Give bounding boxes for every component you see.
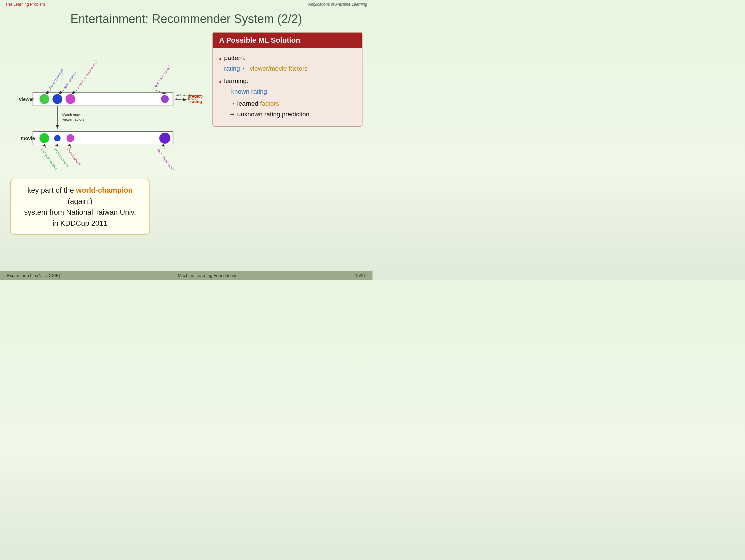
svg-text:viewer: viewer — [19, 97, 34, 102]
pattern-factors: viewer/movie factors — [250, 65, 307, 72]
arrow-unknown: → unknown rating prediction — [229, 109, 356, 120]
arrow-learned-text: → learned — [229, 100, 260, 107]
ml-solution-header: A Possible ML Solution — [213, 33, 362, 48]
top-bar-left: The Learning Problem — [5, 2, 45, 7]
bottom-line1-post: (again!) — [68, 197, 93, 205]
svg-text:likes Tom Cruise?: likes Tom Cruise? — [152, 64, 172, 89]
svg-point-28 — [159, 133, 170, 144]
arrow-learned-factors: factors — [260, 100, 279, 107]
footer-center: Machine Learning Foundations — [178, 273, 237, 278]
svg-point-25 — [54, 135, 61, 142]
bottom-line1-pre: key part of the — [27, 186, 76, 194]
bottom-line3: in KDDCup 2011 — [52, 219, 107, 227]
bullet-learning: • learning: known rating — [219, 76, 356, 97]
svg-text:- - - - - -: - - - - - - — [88, 95, 128, 102]
diagram-svg: likes comedy? likes action? prefers bloc… — [10, 32, 202, 172]
learning-label: learning: — [224, 77, 249, 84]
svg-text:viewer factors: viewer factors — [62, 117, 85, 121]
top-bar-center: Applications of Machine Learning — [308, 2, 367, 7]
svg-text:blockbuster?: blockbuster? — [67, 147, 82, 166]
pattern-arrow: ← — [242, 65, 250, 72]
bullet-pattern: • pattern: rating ← viewer/movie factors — [219, 53, 356, 74]
bullet-dot-2: • — [219, 76, 221, 88]
bottom-box: key part of the world-champion (again!) … — [10, 179, 150, 235]
ml-solution-box: A Possible ML Solution • pattern: rating… — [213, 32, 362, 127]
svg-text:likes comedy?: likes comedy? — [48, 68, 64, 89]
svg-text:movie: movie — [21, 136, 35, 141]
bullet-content-learning: learning: known rating — [224, 76, 267, 97]
arrow-learned: → learned factors — [229, 98, 356, 109]
footer-right: 15/27 — [355, 273, 366, 278]
top-bar: The Learning Problem Applications of Mac… — [0, 0, 372, 9]
footer-left: Hsuan-Tien Lin (NTU CSIE) — [7, 273, 60, 278]
learning-known-rating: known rating — [231, 88, 267, 95]
main-content: likes comedy? likes action? prefers bloc… — [0, 32, 372, 173]
svg-text:likes action?: likes action? — [63, 71, 77, 89]
world-champion-text: world-champion — [76, 186, 133, 194]
diagram-area: likes comedy? likes action? prefers bloc… — [10, 32, 202, 173]
svg-text:Match movie and: Match movie and — [62, 113, 90, 117]
svg-point-5 — [39, 94, 49, 104]
svg-text:predicted: predicted — [188, 94, 202, 99]
svg-text:rating: rating — [190, 99, 202, 104]
bullet-content-pattern: pattern: rating ← viewer/movie factors — [224, 53, 307, 74]
svg-text:- - - - - -: - - - - - - — [88, 134, 128, 141]
pattern-label: pattern: — [224, 54, 246, 61]
svg-point-24 — [39, 133, 49, 143]
slide-title: Entertainment: Recommender System (2/2) — [0, 12, 372, 26]
arrow-unknown-text: → unknown rating prediction — [229, 111, 310, 118]
footer-bar: Hsuan-Tien Lin (NTU CSIE) Machine Learni… — [0, 271, 372, 280]
ml-solution-body: • pattern: rating ← viewer/movie factors… — [213, 48, 362, 126]
svg-point-7 — [65, 94, 75, 104]
bottom-line2: system from National Taiwan Univ. — [24, 208, 136, 216]
svg-point-26 — [66, 134, 74, 142]
svg-point-9 — [161, 95, 169, 103]
bullet-dot-1: • — [219, 53, 221, 65]
svg-text:prefers blockbusters?: prefers blockbusters? — [76, 59, 99, 90]
pattern-rating: rating — [224, 65, 240, 72]
svg-point-6 — [52, 94, 62, 104]
svg-text:Tom Cruise in it?: Tom Cruise in it? — [156, 147, 175, 172]
